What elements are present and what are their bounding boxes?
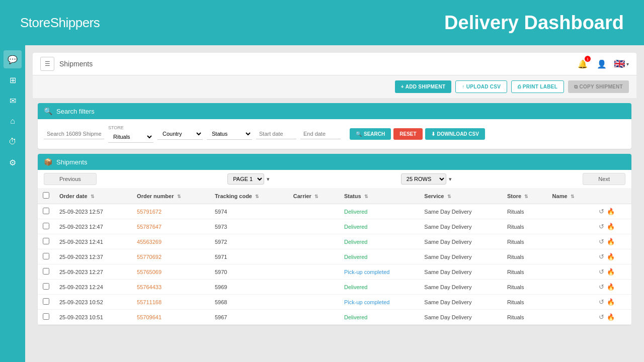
cell-actions-3: ↺ 🔥 bbox=[594, 249, 631, 264]
fire-icon-6[interactable]: 🔥 bbox=[607, 298, 615, 306]
row-checkbox-1[interactable] bbox=[43, 223, 49, 229]
dropdown-icon: ▾ bbox=[626, 61, 629, 67]
cell-order-date-3: 25-09-2023 12:37 bbox=[54, 249, 132, 264]
cell-order-date-6: 25-09-2023 10:52 bbox=[54, 295, 132, 310]
reload-icon-6[interactable]: ↺ bbox=[599, 298, 604, 306]
country-group: Country bbox=[157, 128, 203, 140]
fire-icon-2[interactable]: 🔥 bbox=[607, 238, 615, 245]
fire-icon-5[interactable]: 🔥 bbox=[607, 283, 615, 291]
row-checkbox-3[interactable] bbox=[43, 253, 49, 259]
notification-button[interactable]: 🔔 1 bbox=[576, 57, 590, 71]
table-row: 25-09-2023 12:57 55791672 5974 Delivered… bbox=[38, 204, 631, 219]
status-select[interactable]: Status bbox=[207, 128, 252, 140]
col-name[interactable]: Name ⇅ bbox=[547, 188, 594, 204]
fire-icon-0[interactable]: 🔥 bbox=[607, 208, 615, 215]
select-all-checkbox[interactable] bbox=[43, 192, 49, 199]
rows-selector[interactable]: 25 ROWS 50 ROWS 100 ROWS bbox=[401, 173, 446, 185]
start-date-input[interactable] bbox=[256, 129, 296, 139]
reload-icon-3[interactable]: ↺ bbox=[599, 253, 604, 260]
row-checkbox-2[interactable] bbox=[43, 238, 49, 244]
flag-icon: 🇬🇧 bbox=[614, 58, 625, 69]
store-select[interactable]: Rituals bbox=[108, 131, 153, 143]
cell-order-number-5[interactable]: 55764433 bbox=[132, 280, 210, 295]
cell-tracking-code-4: 5970 bbox=[210, 264, 288, 280]
sidebar-icon-settings[interactable]: ⚙ bbox=[4, 153, 22, 171]
cell-name-4 bbox=[547, 264, 594, 280]
language-selector[interactable]: 🇬🇧 ▾ bbox=[614, 58, 629, 69]
search-filters-section: 🔍 Search filters Store Rituals bbox=[38, 103, 631, 149]
col-tracking-code[interactable]: Tracking code ⇅ bbox=[210, 188, 288, 204]
row-checkbox-0[interactable] bbox=[43, 208, 49, 214]
reload-icon-4[interactable]: ↺ bbox=[599, 268, 604, 276]
cell-order-number-0[interactable]: 55791672 bbox=[132, 204, 210, 219]
start-date-group bbox=[256, 129, 296, 139]
col-order-date[interactable]: Order date ⇅ bbox=[54, 188, 132, 204]
sidebar-icon-clock[interactable]: ⏱ bbox=[4, 133, 22, 151]
end-date-input[interactable] bbox=[300, 129, 341, 139]
upload-csv-button[interactable]: ↑ UPLOAD CSV bbox=[455, 80, 507, 93]
cell-order-number-7[interactable]: 55709641 bbox=[132, 310, 210, 325]
menu-button[interactable]: ☰ bbox=[40, 57, 54, 71]
row-checkbox-7[interactable] bbox=[43, 313, 49, 320]
fire-icon-1[interactable]: 🔥 bbox=[607, 223, 615, 230]
print-label-button[interactable]: ⎙ PRINT LABEL bbox=[511, 80, 564, 93]
cell-status-7: Delivered bbox=[339, 310, 419, 325]
prev-button[interactable]: Previous bbox=[44, 173, 97, 185]
col-carrier[interactable]: Carrier ⇅ bbox=[288, 188, 339, 204]
reset-button[interactable]: RESET bbox=[393, 128, 422, 140]
reload-icon-7[interactable]: ↺ bbox=[599, 313, 604, 321]
row-checkbox-4[interactable] bbox=[43, 268, 49, 275]
sidebar-icon-chat[interactable]: 💬 bbox=[4, 50, 22, 68]
cell-service-4: Same Day Delivery bbox=[419, 264, 502, 280]
cell-order-number-2[interactable]: 45563269 bbox=[132, 234, 210, 249]
fire-icon-4[interactable]: 🔥 bbox=[607, 268, 615, 276]
reload-icon-2[interactable]: ↺ bbox=[599, 238, 604, 245]
cell-order-number-6[interactable]: 55711168 bbox=[132, 295, 210, 310]
user-button[interactable]: 👤 bbox=[595, 57, 609, 71]
sidebar-icon-grid[interactable]: ⊞ bbox=[4, 71, 22, 89]
cell-service-3: Same Day Delivery bbox=[419, 249, 502, 264]
search-button[interactable]: 🔍 SEARCH bbox=[350, 128, 391, 140]
sidebar-icon-message[interactable]: ✉ bbox=[4, 92, 22, 110]
sidebar-icon-home[interactable]: ⌂ bbox=[4, 112, 22, 130]
sidebar: 💬 ⊞ ✉ ⌂ ⏱ ⚙ bbox=[0, 45, 25, 362]
cell-service-2: Same Day Delivery bbox=[419, 234, 502, 249]
col-status[interactable]: Status ⇅ bbox=[339, 188, 419, 204]
cell-order-number-1[interactable]: 55787647 bbox=[132, 219, 210, 234]
cell-status-5: Delivered bbox=[339, 280, 419, 295]
shipments-table: Order date ⇅ Order number ⇅ Tracking cod… bbox=[38, 188, 631, 325]
reload-icon-1[interactable]: ↺ bbox=[599, 223, 604, 230]
col-order-number[interactable]: Order number ⇅ bbox=[132, 188, 210, 204]
search-input[interactable] bbox=[44, 129, 104, 139]
cell-status-3: Delivered bbox=[339, 249, 419, 264]
row-checkbox-5[interactable] bbox=[43, 283, 49, 290]
action-row: + ADD SHIPMENT ↑ UPLOAD CSV ⎙ PRINT LABE… bbox=[33, 75, 636, 98]
cell-order-number-4[interactable]: 55765069 bbox=[132, 264, 210, 280]
cell-status-2: Delivered bbox=[339, 234, 419, 249]
add-shipment-button[interactable]: + ADD SHIPMENT bbox=[395, 80, 452, 93]
end-date-group bbox=[300, 129, 341, 139]
cell-order-date-7: 25-09-2023 10:51 bbox=[54, 310, 132, 325]
cell-carrier-2 bbox=[288, 234, 339, 249]
col-store[interactable]: Store ⇅ bbox=[502, 188, 547, 204]
reload-icon-5[interactable]: ↺ bbox=[599, 283, 604, 291]
row-checkbox-6[interactable] bbox=[43, 298, 49, 305]
reload-icon-0[interactable]: ↺ bbox=[599, 208, 604, 215]
page-title: Shipments bbox=[59, 60, 93, 68]
download-csv-button[interactable]: ⬇ DOWNLOAD CSV bbox=[425, 128, 485, 140]
col-actions bbox=[594, 188, 631, 204]
next-button[interactable]: Next bbox=[583, 173, 625, 185]
search-filters-body: Store Rituals Country Status bbox=[38, 119, 631, 149]
fire-icon-3[interactable]: 🔥 bbox=[607, 253, 615, 260]
table-row: 25-09-2023 12:47 55787647 5973 Delivered… bbox=[38, 219, 631, 234]
copy-shipment-button[interactable]: ⧉ COPY SHIPMENT bbox=[568, 80, 629, 93]
country-select[interactable]: Country bbox=[157, 128, 203, 140]
cell-order-number-3[interactable]: 55770692 bbox=[132, 249, 210, 264]
fire-icon-7[interactable]: 🔥 bbox=[607, 313, 615, 321]
col-service[interactable]: Service ⇅ bbox=[419, 188, 502, 204]
table-row: 25-09-2023 12:27 55765069 5970 Pick-up c… bbox=[38, 264, 631, 280]
row-checkbox-cell-2 bbox=[38, 234, 54, 249]
page-selector[interactable]: PAGE 1 bbox=[227, 173, 264, 185]
select-all-header bbox=[38, 188, 54, 204]
cell-carrier-7 bbox=[288, 310, 339, 325]
